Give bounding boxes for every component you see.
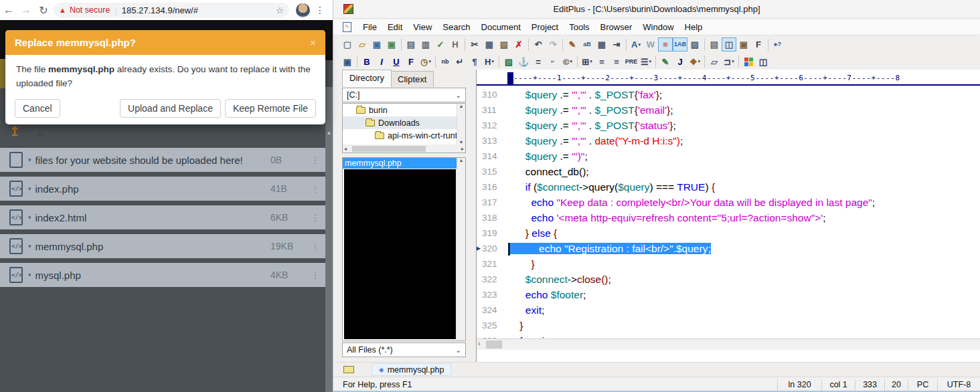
print-preview-icon[interactable]: ▤	[404, 37, 418, 52]
bold-icon[interactable]: B	[359, 55, 374, 69]
menu-project[interactable]: Project	[526, 21, 564, 33]
paste-icon[interactable]: ▧	[497, 37, 511, 52]
font-icon[interactable]: F	[404, 55, 418, 69]
frame-icon[interactable]: ◫	[756, 55, 770, 69]
table-icon[interactable]: ⊞▾	[580, 55, 594, 69]
script-icon[interactable]: ✎	[658, 55, 673, 69]
document-tab[interactable]: ◈ memmysql.php	[372, 363, 451, 376]
code-line-313[interactable]: 313 $query .= "','" . date("Y-m-d H:i:s"…	[477, 133, 980, 149]
menu-browser[interactable]: Browser	[595, 21, 638, 33]
profile-avatar[interactable]	[296, 3, 310, 17]
code-line-312[interactable]: 312 $query .= "','" . $_POST{'status'};	[477, 118, 980, 133]
file-menu-icon[interactable]: ⋮	[305, 155, 325, 165]
code-line-323[interactable]: 323 echo $footer;	[477, 287, 980, 302]
scroll-right-icon[interactable]: ▸	[461, 146, 464, 152]
file-menu-icon[interactable]: ⋮	[305, 270, 325, 280]
undo-icon[interactable]: ↶	[531, 37, 546, 52]
selected-file-item[interactable]: memmysql.php	[343, 158, 465, 169]
menu-search[interactable]: Search	[437, 21, 475, 33]
file-caret-icon[interactable]: ▾	[28, 157, 31, 163]
code-line-318[interactable]: 318 echo '<meta http-equiv=refresh conte…	[477, 210, 980, 225]
indent-icon[interactable]: ⇥	[609, 37, 624, 52]
side-panel-icon[interactable]: ◫	[722, 37, 736, 52]
code-line-326[interactable]: 326 function …	[477, 333, 980, 338]
scroll-up-icon[interactable]: ▲	[457, 104, 465, 108]
context-help-icon[interactable]: ▸?	[770, 37, 785, 52]
forward-icon[interactable]: →	[17, 4, 35, 16]
tree-scrollbar[interactable]: ▲▼	[457, 104, 465, 144]
copy-icon[interactable]: ▦	[482, 37, 497, 52]
tree-item-api-ms-win-crt-runtim[interactable]: api-ms-win-crt-runtim	[343, 129, 465, 142]
spell-check-icon[interactable]: ✓	[433, 37, 448, 52]
tree-item-burin[interactable]: burin	[343, 104, 465, 116]
function-list-icon[interactable]: F	[751, 37, 766, 52]
not-secure-label[interactable]: Not secure	[70, 5, 110, 15]
keep-remote-file-button[interactable]: Keep Remote File	[225, 99, 316, 118]
special-character-icon[interactable]: ©▾	[560, 55, 575, 69]
folder-icon[interactable]	[343, 366, 354, 373]
menu-edit[interactable]: Edit	[382, 21, 408, 33]
line-break-icon[interactable]: ↵	[453, 55, 467, 69]
activex-icon[interactable]	[741, 55, 756, 69]
page-scrollbar[interactable]: ▲	[325, 87, 333, 392]
tree-item-Downloads[interactable]: Downloads	[343, 116, 465, 129]
auto-completion-icon[interactable]: 1AB	[673, 37, 687, 52]
file-menu-icon[interactable]: ⋮	[305, 213, 325, 223]
new-document-icon[interactable]: ▢	[340, 37, 355, 52]
file-filter-select[interactable]: All Files (*.*) ⌄	[342, 342, 466, 357]
heading-icon[interactable]: H▾	[482, 55, 497, 69]
div-tag-icon[interactable]: ⊐▾	[722, 55, 736, 69]
code-line-322[interactable]: 322 $connect->close();	[477, 272, 980, 287]
code-line-320[interactable]: 320▶ echo "Registration : fail<br/>".$qu…	[477, 241, 980, 256]
code-line-310[interactable]: 310 $query .= "','" . $_POST{'fax'};	[477, 87, 980, 102]
menu-document[interactable]: Document	[476, 21, 526, 33]
open-file-icon[interactable]: ▱	[355, 37, 370, 52]
url-text[interactable]: 185.27.134.9/new/#	[122, 5, 274, 15]
image-icon[interactable]: ▧	[501, 55, 516, 69]
list-icon[interactable]: ☰▾	[639, 55, 653, 69]
scroll-left-icon[interactable]: ‹	[478, 340, 480, 347]
directory-tree[interactable]: burinDownloadsapi-ms-win-crt-runtim ▲▼	[342, 103, 466, 144]
file-menu-icon[interactable]: ⋮	[305, 241, 325, 252]
file-list-scrollbar[interactable]: ▲	[457, 158, 465, 340]
file-row[interactable]: </>▾memmysql.php19KB⋮	[0, 234, 325, 258]
parent-directory-row[interactable]: ↥ ..	[9, 124, 43, 139]
file-name[interactable]: mysql.php	[35, 270, 270, 281]
tab-directory[interactable]: Directory	[342, 70, 392, 87]
underline-icon[interactable]: U	[389, 55, 404, 69]
lowercase-icon[interactable]: aB	[580, 37, 594, 52]
tab-cliptext[interactable]: Cliptext	[390, 71, 434, 87]
save-all-icon[interactable]: ▣	[384, 37, 399, 52]
scroll-left-icon[interactable]: ◂	[344, 146, 347, 152]
print-icon[interactable]: ▥	[418, 37, 433, 52]
address-bar[interactable]: ▲ Not secure | 185.27.134.9/new/# ☆	[54, 3, 289, 17]
code-line-321[interactable]: 321 }	[477, 256, 980, 272]
code-editor[interactable]: ----+----1----+----2----+----3----+----4…	[476, 70, 980, 362]
upload-and-replace-button[interactable]: Upload and Replace	[120, 99, 221, 118]
anchor-icon[interactable]: ⚓	[516, 55, 531, 69]
tree-horizontal-scrollbar[interactable]: ◂ ▸	[342, 144, 466, 153]
folder-view-icon[interactable]: ▱	[707, 55, 722, 69]
output-window-icon[interactable]: ▤	[707, 37, 722, 52]
cancel-button[interactable]: Cancel	[15, 99, 60, 118]
delete-icon[interactable]: ✗	[511, 37, 526, 52]
file-name[interactable]: memmysql.php	[35, 241, 270, 252]
browser-menu-icon[interactable]: ⋮	[315, 5, 325, 15]
code-line-314[interactable]: 314 $query .= "')";	[477, 149, 980, 164]
italic-icon[interactable]: I	[374, 55, 389, 69]
scrollbar-thumb[interactable]	[486, 340, 502, 349]
code-line-325[interactable]: 325 }	[477, 318, 980, 333]
font-color-icon[interactable]: A▾	[629, 37, 643, 52]
reload-icon[interactable]: ↻	[35, 4, 52, 17]
file-name[interactable]: index2.html	[35, 212, 270, 223]
code-line-316[interactable]: 316 if ($connect->query($query) === TRUE…	[477, 179, 980, 195]
file-name[interactable]: files for your website should be uploade…	[35, 155, 270, 166]
preformatted-icon[interactable]: PRE	[624, 55, 639, 69]
highlight-marker-icon[interactable]: ✎	[565, 37, 580, 52]
cut-icon[interactable]: ✂	[467, 37, 482, 52]
redo-icon[interactable]: ↷	[546, 37, 560, 52]
code-line-324[interactable]: 324 exit;	[477, 302, 980, 318]
code-line-319[interactable]: 319 } else {	[477, 225, 980, 241]
file-name[interactable]: index.php	[35, 183, 270, 195]
file-row[interactable]: </>▾index2.html6KB⋮	[0, 205, 325, 229]
